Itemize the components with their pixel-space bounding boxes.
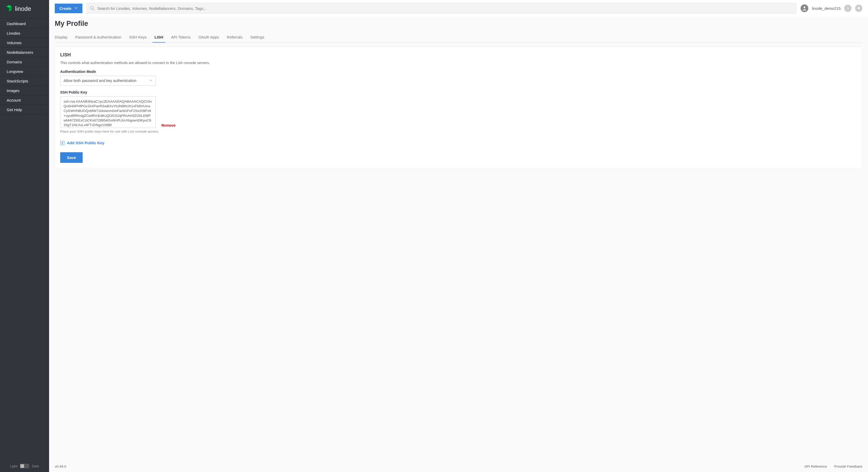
tab-settings[interactable]: Settings (250, 32, 264, 42)
svg-point-0 (90, 6, 93, 9)
avatar[interactable] (801, 4, 808, 12)
user-icon (802, 6, 807, 11)
add-ssh-key-label: Add SSH Public Key (67, 141, 104, 145)
footer: v0.49.0 API Reference Provide Feedback (49, 461, 868, 472)
theme-light-label: Light (10, 464, 17, 468)
auth-mode-label: Authentication Mode (60, 69, 857, 74)
auth-mode-select[interactable]: Allow both password and key authenticati… (60, 76, 156, 86)
sidebar-item-longview[interactable]: Longview (0, 67, 49, 76)
lish-description: This controls what authentication method… (60, 61, 857, 65)
nav-list: Dashboard Linodes Volumes NodeBalancers … (0, 19, 49, 115)
tab-referrals[interactable]: Referrals (227, 32, 243, 42)
search-icon (90, 6, 95, 11)
bell-button[interactable] (855, 5, 862, 12)
theme-switch[interactable]: Light Dark (0, 464, 49, 468)
bell-icon (857, 6, 861, 10)
auth-mode-value: Allow both password and key authenticati… (64, 79, 136, 83)
sidebar-item-images[interactable]: Images (0, 86, 49, 95)
search-input[interactable] (95, 6, 793, 10)
plus-icon: + (60, 141, 64, 145)
ssh-key-row: ssh-rsa AAAAB3NzaC1yc2EAAAADAQABAAACAQCh… (60, 94, 857, 128)
sidebar-item-account[interactable]: Account (0, 95, 49, 105)
theme-toggle[interactable] (20, 464, 29, 468)
lish-panel: LISH This controls what authentication m… (55, 47, 862, 168)
search-bar[interactable] (86, 3, 797, 14)
create-button-label: Create (59, 6, 71, 10)
logo[interactable]: linode (0, 0, 49, 18)
tab-password-auth[interactable]: Password & Authentication (75, 32, 121, 42)
topbar: Create linode_demo215 0 (49, 0, 868, 17)
content: My Profile Display Password & Authentica… (49, 17, 868, 461)
logo-text: linode (15, 5, 31, 12)
main: Create linode_demo215 0 My Profile Displ… (49, 0, 868, 472)
tab-api-tokens[interactable]: API Tokens (171, 32, 191, 42)
sidebar: linode Dashboard Linodes Volumes NodeBal… (0, 0, 49, 472)
sidebar-item-linodes[interactable]: Linodes (0, 28, 49, 38)
add-ssh-key-button[interactable]: + Add SSH Public Key (60, 141, 857, 145)
logo-icon (6, 5, 12, 13)
sidebar-item-gethelp[interactable]: Get Help (0, 105, 49, 115)
tab-ssh-keys[interactable]: SSH Keys (129, 32, 147, 42)
chevron-down-icon (75, 7, 78, 10)
remove-button[interactable]: Remove (161, 123, 176, 128)
sidebar-item-dashboard[interactable]: Dashboard (0, 19, 49, 28)
version: v0.49.0 (55, 465, 66, 468)
tab-display[interactable]: Display (55, 32, 67, 42)
sidebar-item-stackscripts[interactable]: StackScripts (0, 76, 49, 86)
provide-feedback-link[interactable]: Provide Feedback (834, 465, 862, 468)
lish-heading: LISH (60, 52, 857, 58)
sidebar-item-nodebalancers[interactable]: NodeBalancers (0, 48, 49, 57)
tab-oauth-apps[interactable]: OAuth Apps (198, 32, 219, 42)
notification-count-badge[interactable]: 0 (844, 5, 851, 12)
sidebar-item-domains[interactable]: Domains (0, 57, 49, 67)
sidebar-item-volumes[interactable]: Volumes (0, 38, 49, 48)
username[interactable]: linode_demo215 (812, 6, 841, 10)
user-area: linode_demo215 0 (801, 4, 862, 12)
tabs: Display Password & Authentication SSH Ke… (55, 32, 862, 43)
ssh-key-textarea[interactable]: ssh-rsa AAAAB3NzaC1yc2EAAAADAQABAAACAQCh… (60, 96, 156, 128)
ssh-key-label: SSH Public Key (60, 90, 857, 94)
create-button[interactable]: Create (55, 4, 83, 13)
tab-lish[interactable]: LISH (154, 32, 163, 42)
theme-dark-label: Dark (32, 464, 39, 468)
svg-point-2 (804, 6, 805, 8)
api-reference-link[interactable]: API Reference (804, 465, 827, 468)
page-title: My Profile (55, 20, 862, 28)
ssh-key-helper: Place your SSH public keys here for use … (60, 129, 857, 134)
svg-line-1 (93, 9, 94, 10)
save-button[interactable]: Save (60, 152, 83, 163)
chevron-down-icon (149, 79, 152, 82)
